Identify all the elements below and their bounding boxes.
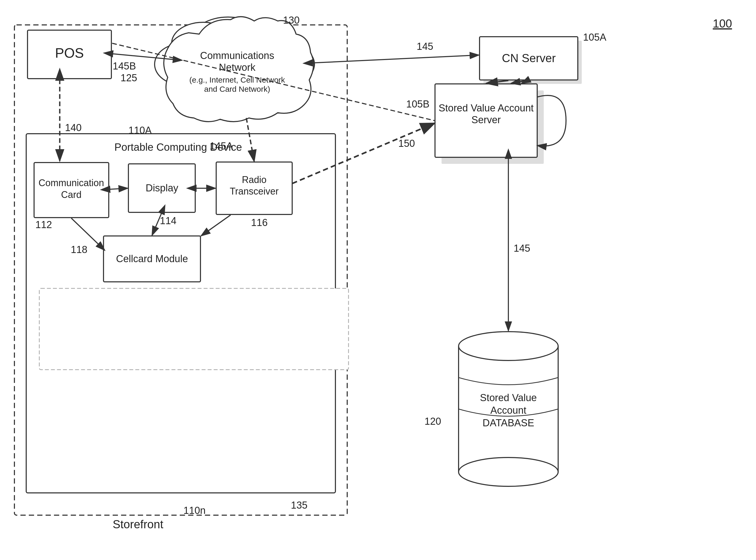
ref-145A: 145A bbox=[210, 141, 233, 152]
comm-network-label-1: Communications bbox=[200, 50, 274, 61]
ref-150: 150 bbox=[398, 138, 415, 149]
second-device-box bbox=[39, 288, 349, 370]
ref-105B: 105B bbox=[406, 99, 429, 109]
sva-db-label-3: DATABASE bbox=[483, 417, 534, 428]
sva-db-label-2: Account bbox=[490, 405, 527, 416]
ref-130: 130 bbox=[283, 15, 300, 26]
ref-105A: 105A bbox=[583, 32, 606, 43]
storefront-label: Storefront bbox=[113, 518, 163, 531]
comm-network-cloud: Communications Network (e.g., Internet, … bbox=[155, 17, 314, 122]
radio-transceiver-label-2: Transceiver bbox=[230, 186, 279, 197]
display-label: Display bbox=[146, 182, 179, 194]
ref-114: 114 bbox=[160, 215, 176, 226]
sva-server-label-1: Stored Value Account bbox=[439, 102, 534, 114]
sva-db-bottom bbox=[458, 458, 558, 486]
comm-network-label-4: and Card Network) bbox=[204, 85, 270, 93]
comm-network-label-3: (e.g., Internet, Cell Network bbox=[189, 76, 285, 84]
network-cnserver-arrow bbox=[312, 55, 479, 63]
sva-db-label-1: Stored Value bbox=[480, 392, 537, 403]
ref-145-mid: 145 bbox=[514, 243, 530, 254]
pos-label: POS bbox=[55, 45, 84, 61]
ref-110n: 110n bbox=[183, 505, 206, 516]
diagram: 100 Storefront POS Communications Networ… bbox=[0, 0, 756, 560]
ref-116: 116 bbox=[251, 217, 268, 228]
comm-card-label-1: Communication bbox=[39, 178, 104, 188]
cellcard-module-label: Cellcard Module bbox=[116, 253, 188, 264]
sva-server-label-2: Server bbox=[471, 114, 501, 125]
ref-120: 120 bbox=[425, 416, 441, 427]
comm-network-label-2: Network bbox=[219, 62, 256, 73]
ref-118: 118 bbox=[71, 244, 87, 255]
ref-125: 125 bbox=[121, 72, 137, 83]
comm-card-label-2: Card bbox=[61, 189, 81, 200]
ref-110A: 110A bbox=[128, 125, 152, 136]
cn-server-label: CN Server bbox=[502, 52, 555, 64]
radio-transceiver-label-1: Radio bbox=[242, 174, 266, 185]
ref-135: 135 bbox=[291, 500, 307, 511]
ref-140: 140 bbox=[65, 122, 81, 133]
ref-112: 112 bbox=[35, 219, 52, 230]
ref-145B: 145B bbox=[113, 61, 136, 72]
ref-100: 100 bbox=[713, 17, 732, 30]
sva-db-top bbox=[458, 332, 558, 360]
ref-145-top: 145 bbox=[417, 41, 433, 52]
